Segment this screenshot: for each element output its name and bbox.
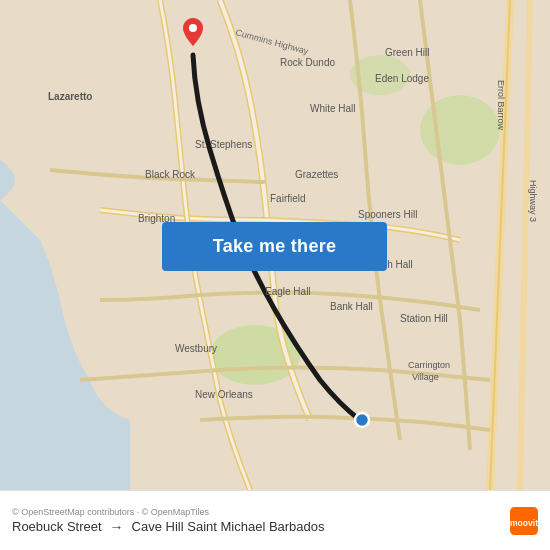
svg-text:Westbury: Westbury	[175, 343, 217, 354]
svg-text:Green Hill: Green Hill	[385, 47, 429, 58]
destination-label: Cave Hill Saint Michael Barbados	[132, 519, 325, 534]
take-me-there-button[interactable]: Take me there	[162, 222, 387, 271]
svg-text:New Orleans: New Orleans	[195, 389, 253, 400]
origin-label: Roebuck Street	[12, 519, 102, 534]
svg-text:Errol Barrow: Errol Barrow	[496, 80, 506, 131]
svg-point-31	[355, 413, 369, 427]
svg-text:Station Hill: Station Hill	[400, 313, 448, 324]
svg-text:Lazaretto: Lazaretto	[48, 91, 92, 102]
map-container: Lazaretto St. Stephens Black Rock Grazet…	[0, 0, 550, 490]
button-overlay[interactable]: Take me there	[162, 222, 387, 271]
arrow-icon: →	[110, 519, 124, 535]
svg-text:Eagle Hall: Eagle Hall	[265, 286, 311, 297]
svg-text:Grazettes: Grazettes	[295, 169, 338, 180]
svg-text:Black Rock: Black Rock	[145, 169, 196, 180]
svg-text:Eden Lodge: Eden Lodge	[375, 73, 429, 84]
route-info: Roebuck Street → Cave Hill Saint Michael…	[12, 519, 502, 535]
svg-text:Spooners Hill: Spooners Hill	[358, 209, 417, 220]
svg-text:Fairfield: Fairfield	[270, 193, 306, 204]
svg-text:Village: Village	[412, 372, 439, 382]
svg-text:White Hall: White Hall	[310, 103, 356, 114]
svg-text:Highway 3: Highway 3	[528, 180, 538, 222]
footer: © OpenStreetMap contributors · © OpenMap…	[0, 490, 550, 550]
svg-text:Rock Dundo: Rock Dundo	[280, 57, 335, 68]
footer-left: © OpenStreetMap contributors · © OpenMap…	[12, 507, 502, 535]
svg-text:Carrington: Carrington	[408, 360, 450, 370]
svg-point-30	[189, 24, 197, 32]
moovit-logo: moovit	[510, 507, 538, 535]
svg-text:St. Stephens: St. Stephens	[195, 139, 252, 150]
attribution: © OpenStreetMap contributors · © OpenMap…	[12, 507, 502, 517]
svg-text:moovit: moovit	[510, 517, 538, 527]
moovit-icon: moovit	[510, 507, 538, 535]
svg-text:Bank Hall: Bank Hall	[330, 301, 373, 312]
